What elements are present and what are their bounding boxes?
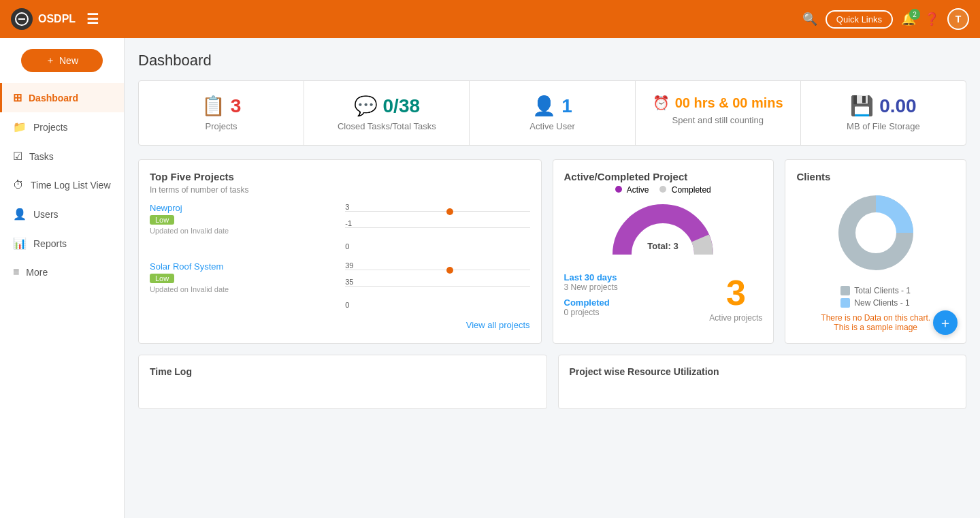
project-date-solar: Updated on Invalid date bbox=[150, 285, 334, 293]
stat-tasks-value: 💬 0/38 bbox=[318, 95, 455, 117]
plus-icon: ＋ bbox=[46, 54, 55, 67]
active-count-block: 3 Active projects bbox=[709, 272, 762, 323]
stat-projects-label: Projects bbox=[152, 121, 290, 131]
stat-tasks: 💬 0/38 Closed Tasks/Total Tasks bbox=[304, 81, 470, 145]
sidebar-label-timelog: Time Log List View bbox=[31, 180, 111, 191]
new-button[interactable]: ＋ New bbox=[21, 49, 103, 72]
top-projects-title: Top Five Projects bbox=[150, 171, 530, 182]
app-name: OSDPL bbox=[38, 13, 76, 25]
stats-below: Last 30 days 3 New projects Completed 0 … bbox=[564, 272, 763, 323]
top-projects-subtitle: In terms of number of tasks bbox=[150, 185, 530, 195]
project-date-newproj: Updated on Invalid date bbox=[150, 227, 334, 235]
chart-min-newproj: -1 bbox=[345, 219, 352, 227]
sidebar-label-reports: Reports bbox=[33, 238, 67, 249]
quick-links-button[interactable]: Quick Links bbox=[826, 10, 893, 29]
stat-time: ⏰ 00 hrs & 00 mins Spent and still count… bbox=[636, 81, 801, 145]
tasks-stat-icon: 💬 bbox=[354, 95, 378, 117]
resource-utilization-card: Project wise Resource Utilization bbox=[558, 355, 967, 409]
sidebar-item-projects[interactable]: 📁 Projects bbox=[0, 112, 124, 142]
stat-time-label: Spent and still counting bbox=[649, 115, 787, 125]
stat-activeuser-value: 👤 1 bbox=[483, 95, 621, 117]
sidebar-item-more[interactable]: ≡ More bbox=[0, 258, 124, 287]
active-completed-card: Active/Completed Project Active Complete… bbox=[553, 159, 774, 344]
search-icon[interactable]: 🔍 bbox=[802, 12, 817, 27]
notifications-button[interactable]: 🔔 2 bbox=[901, 12, 916, 27]
sidebar: ＋ New ⊞ Dashboard 📁 Projects ☑ Tasks ⏱ T… bbox=[0, 38, 125, 518]
header-right: 🔍 Quick Links 🔔 2 ❓ T bbox=[802, 8, 969, 30]
timelog-card: Time Log bbox=[138, 355, 547, 409]
stat-tasks-label: Closed Tasks/Total Tasks bbox=[318, 121, 455, 131]
dashboard-grid: Top Five Projects In terms of number of … bbox=[138, 159, 966, 344]
help-button[interactable]: ❓ bbox=[924, 12, 939, 27]
main-content: Dashboard 📋 3 Projects 💬 0/38 Closed Tas… bbox=[125, 38, 980, 518]
last30-item: Last 30 days 3 New projects bbox=[564, 272, 618, 292]
stat-active-user: 👤 1 Active User bbox=[470, 81, 635, 145]
page-title: Dashboard bbox=[138, 52, 966, 69]
hamburger-icon[interactable]: ☰ bbox=[86, 11, 99, 27]
donut-chart: Total: 3 bbox=[608, 200, 717, 261]
logo-icon bbox=[11, 8, 33, 30]
projects-stat-icon: 📋 bbox=[201, 95, 225, 117]
donut-container: Active Completed Total: 3 bbox=[564, 185, 763, 267]
storage-stat-icon: 💾 bbox=[850, 95, 874, 117]
no-data-text: There is no Data on this chart. This is … bbox=[821, 313, 930, 332]
timelog-icon: ⏱ bbox=[13, 179, 24, 191]
sidebar-label-more: More bbox=[26, 267, 48, 278]
view-all-projects[interactable]: View all projects bbox=[150, 320, 530, 330]
new-clients-color bbox=[840, 298, 850, 308]
chart-dot-solar bbox=[446, 267, 453, 274]
header: OSDPL ☰ 🔍 Quick Links 🔔 2 ❓ T bbox=[0, 0, 980, 38]
sidebar-item-timelog[interactable]: ⏱ Time Log List View bbox=[0, 171, 124, 199]
project-name-solar[interactable]: Solar Roof System bbox=[150, 261, 334, 272]
sidebar-item-dashboard[interactable]: ⊞ Dashboard bbox=[0, 83, 124, 112]
project-tag-newproj: Low bbox=[150, 215, 174, 225]
sidebar-label-dashboard: Dashboard bbox=[29, 93, 78, 103]
sidebar-label-tasks: Tasks bbox=[29, 151, 54, 162]
reports-icon: 📊 bbox=[13, 237, 27, 250]
sidebar-item-users[interactable]: 👤 Users bbox=[0, 199, 124, 229]
user-avatar[interactable]: T bbox=[947, 8, 969, 30]
stats-row: 📋 3 Projects 💬 0/38 Closed Tasks/Total T… bbox=[138, 80, 966, 146]
sidebar-item-reports[interactable]: 📊 Reports bbox=[0, 229, 124, 258]
logo: OSDPL ☰ bbox=[11, 8, 133, 30]
chart-max-solar: 39 bbox=[345, 261, 353, 270]
clients-title: Clients bbox=[796, 171, 955, 182]
more-icon: ≡ bbox=[13, 266, 19, 278]
time-stat-icon: ⏰ bbox=[653, 95, 670, 111]
dashboard-icon: ⊞ bbox=[13, 91, 22, 104]
active-legend-dot bbox=[615, 186, 622, 193]
activeuser-stat-icon: 👤 bbox=[532, 95, 556, 117]
chart-zero-solar: 0 bbox=[345, 301, 349, 309]
stat-storage-label: MB of File Storage bbox=[815, 121, 952, 131]
total-clients-color bbox=[840, 286, 850, 295]
stat-projects: 📋 3 Projects bbox=[139, 81, 304, 145]
stat-time-value: ⏰ 00 hrs & 00 mins bbox=[649, 95, 787, 111]
stat-activeuser-label: Active User bbox=[483, 121, 621, 131]
pie-container: Total Clients - 1 New Clients - 1 There … bbox=[796, 185, 955, 332]
resource-utilization-title: Project wise Resource Utilization bbox=[570, 366, 956, 377]
stat-storage: 💾 0.00 MB of File Storage bbox=[801, 81, 966, 145]
active-completed-title: Active/Completed Project bbox=[564, 171, 763, 182]
project-item-solar: Solar Roof System Low Updated on Invalid… bbox=[150, 261, 530, 309]
project-tag-solar: Low bbox=[150, 274, 174, 283]
chart-min-solar: 35 bbox=[345, 278, 353, 286]
notification-badge: 2 bbox=[909, 9, 920, 20]
project-name-newproj[interactable]: Newproj bbox=[150, 203, 334, 213]
chart-zero-newproj: 0 bbox=[345, 242, 349, 250]
top-projects-card: Top Five Projects In terms of number of … bbox=[138, 159, 542, 344]
svg-text:Total: 3: Total: 3 bbox=[648, 241, 679, 251]
stat-projects-value: 📋 3 bbox=[152, 95, 290, 117]
donut-legend: Active Completed bbox=[615, 185, 711, 195]
legend-completed: Completed bbox=[659, 185, 710, 195]
projects-icon: 📁 bbox=[13, 120, 27, 133]
completed-legend-dot bbox=[659, 186, 666, 193]
project-item-newproj: Newproj Low Updated on Invalid date 3 -1… bbox=[150, 203, 530, 250]
users-icon: 👤 bbox=[13, 208, 27, 221]
add-client-fab[interactable]: ＋ bbox=[933, 310, 958, 335]
last30-block: Last 30 days 3 New projects Completed 0 … bbox=[564, 272, 618, 323]
sidebar-label-projects: Projects bbox=[33, 122, 68, 133]
sidebar-item-tasks[interactable]: ☑ Tasks bbox=[0, 142, 124, 171]
clients-card: Clients Total Clients - 1 New bbox=[785, 159, 966, 344]
chart-max-newproj: 3 bbox=[345, 203, 349, 211]
sidebar-nav: ⊞ Dashboard 📁 Projects ☑ Tasks ⏱ Time Lo… bbox=[0, 83, 124, 287]
